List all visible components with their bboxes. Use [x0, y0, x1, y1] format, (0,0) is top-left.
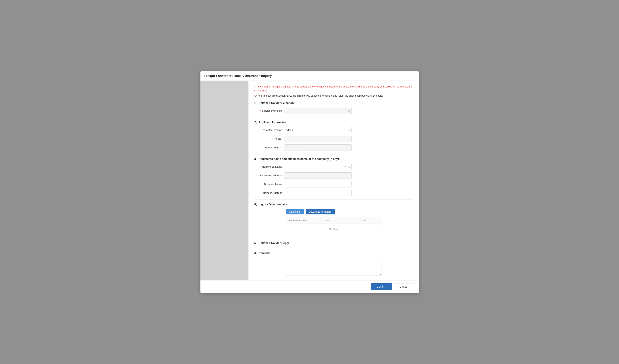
business-address-input[interactable] — [284, 190, 352, 196]
registered-address-label: Registered Address — [254, 174, 284, 177]
email-field-wrapper — [284, 144, 352, 151]
contact-person-label: Contact Person — [254, 129, 284, 132]
copy-icon[interactable]: ⧉ — [349, 128, 351, 132]
registered-name-select[interactable]: ··· ······· — [284, 164, 352, 170]
section-5-title: 5、Service Provider Reply — [254, 242, 413, 245]
form-panel: *The content of this questionnaire is on… — [249, 81, 419, 280]
email-input[interactable] — [284, 144, 352, 151]
registered-name-label: Registered Name — [254, 165, 284, 168]
registered-address-input[interactable] — [284, 172, 352, 179]
registered-name-select-wrapper: ··· ······· ▾ ⧉ — [284, 164, 352, 170]
inquiry-section: 4、Inquiry Questionnaire Select file Down… — [254, 203, 413, 235]
service-providers-field: ⧉ — [284, 108, 352, 114]
modal-close-button[interactable]: × — [413, 74, 415, 78]
business-name-input[interactable] — [284, 181, 352, 188]
tel-field-wrapper — [284, 136, 352, 142]
registered-copy-icon[interactable]: ⧉ — [349, 165, 351, 168]
modal-title: Freight Forwarder Liability Insurance In… — [204, 74, 272, 78]
section-4-title: 4、Inquiry Questionnaire — [254, 203, 413, 206]
email-row: e-mail address — [254, 144, 413, 151]
business-address-label: Business Address — [254, 191, 284, 194]
download-template-button[interactable]: Download Template — [306, 209, 335, 215]
registered-address-wrapper — [284, 172, 352, 179]
contact-person-select-wrapper: admin ▾ ⧉ — [284, 127, 352, 133]
file-table-header: Submission Time file OP — [286, 217, 381, 224]
section-divider-4 — [254, 238, 413, 238]
business-name-label: Business Name — [254, 183, 284, 186]
modal-overlay: Freight Forwarder Liability Insurance In… — [0, 0, 619, 364]
section-1-title: 1、Service Provider Selection: — [254, 101, 413, 105]
business-address-row: Business Address — [254, 190, 413, 196]
tel-row: Tel No. — [254, 136, 413, 142]
col-submission-time: Submission Time — [286, 217, 323, 224]
registered-address-row: Registered Address — [254, 172, 413, 179]
modal-header: Freight Forwarder Liability Insurance In… — [200, 71, 419, 81]
modal-body: *The content of this questionnaire is on… — [200, 81, 419, 280]
red-notice: *The content of this questionnaire is on… — [254, 85, 413, 93]
tel-input[interactable] — [284, 136, 352, 142]
service-providers-label: Service Providers — [254, 109, 284, 112]
modal-dialog: Freight Forwarder Liability Insurance In… — [200, 71, 419, 293]
col-op: OP — [360, 217, 381, 224]
section-divider-5 — [254, 248, 413, 248]
business-name-row: Business Name — [254, 181, 413, 188]
file-table: Submission Time file OP No Data — [286, 217, 381, 235]
tel-label: Tel No. — [254, 137, 284, 140]
remarks-section: 6、Remarks — [254, 252, 413, 276]
contact-person-row: Contact Person admin ▾ ⧉ — [254, 127, 413, 133]
contact-person-select[interactable]: admin — [284, 127, 352, 133]
cancel-button[interactable]: Cancel — [394, 283, 414, 290]
no-data-message: No Data — [286, 224, 381, 235]
inquiry-buttons: Select file Download Template — [286, 209, 413, 215]
registered-name-row: Registered Name ··· ······· ▾ ⧉ — [254, 164, 413, 170]
sidebar-panel — [200, 81, 249, 280]
col-file: file — [323, 217, 360, 224]
section-divider-3 — [254, 199, 413, 200]
section-divider-2 — [254, 154, 413, 154]
service-providers-input[interactable] — [284, 108, 352, 114]
confirm-button[interactable]: Confirm — [371, 283, 392, 290]
black-notice: *After filling out this questionnaire, t… — [254, 94, 413, 98]
select-file-button[interactable]: Select file — [286, 209, 304, 215]
service-providers-row: Service Providers ⧉ — [254, 108, 413, 114]
service-providers-copy-icon[interactable]: ⧉ — [348, 109, 351, 113]
section-6-title: 6、Remarks — [254, 252, 413, 255]
email-label: e-mail address — [254, 146, 284, 149]
modal-footer: Confirm Cancel — [200, 280, 419, 293]
remarks-textarea[interactable] — [286, 258, 381, 276]
section-2-title: 2、Applicant Information: — [254, 121, 413, 124]
section-3-title: 3、Registered name and business name of t… — [254, 157, 413, 161]
